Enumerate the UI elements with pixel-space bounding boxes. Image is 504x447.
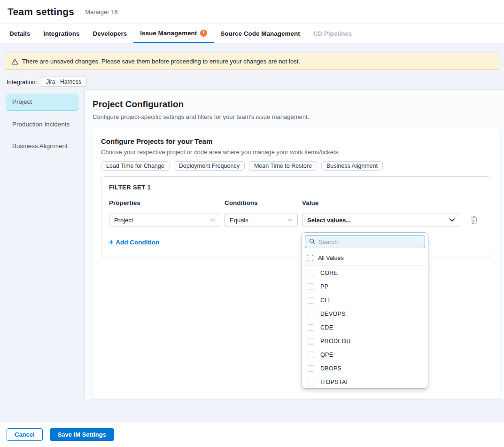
tab-source-code-management[interactable]: Source Code Management (214, 24, 307, 43)
dropdown-option[interactable]: CORE (302, 266, 428, 280)
tab-bar: Details Integrations Developers Issue Ma… (0, 24, 504, 43)
dropdown-option[interactable]: PRODEDU (302, 334, 428, 348)
add-condition-label: Add Condition (116, 239, 159, 246)
save-im-settings-button[interactable]: Save IM Settings (50, 428, 114, 441)
warning-triangle-icon (11, 58, 18, 65)
tab-cd-pipelines-label: CD Pipelines (313, 30, 352, 37)
card-title: Configure Projects for your Team (101, 137, 491, 145)
card-description: Choose your respective project or code a… (101, 149, 491, 156)
plus-icon: + (109, 238, 113, 246)
chip-deployment-frequency[interactable]: Deployment Frequency (174, 161, 245, 171)
banner-text: There are unsaved changes. Please save t… (22, 58, 300, 65)
option-checkbox[interactable] (308, 270, 314, 276)
value-multiselect[interactable]: Select values... (302, 213, 460, 227)
integration-label: Integration: (7, 78, 37, 86)
integration-chip[interactable]: Jira - Harness (41, 77, 86, 87)
option-checkbox[interactable] (308, 352, 314, 358)
option-label: CDE (320, 324, 333, 331)
sidebar-item-project[interactable]: Project (6, 94, 79, 111)
value-cell: Select values... (302, 213, 460, 227)
option-checkbox[interactable] (308, 379, 314, 385)
chevron-down-icon (210, 219, 215, 222)
settings-body: Project Production Incidents Business Al… (0, 89, 504, 399)
tab-developers-label: Developers (93, 30, 127, 37)
condition-select-value: Equals (230, 217, 248, 224)
chip-mean-time-to-restore[interactable]: Mean Time to Restore (249, 161, 317, 171)
option-label: QPE (320, 352, 333, 358)
filter-set-1: FILTER SET 1 Properties Conditions Value… (101, 176, 491, 257)
sidebar: Project Production Incidents Business Al… (0, 89, 85, 399)
tab-developers[interactable]: Developers (86, 24, 134, 43)
tab-issue-management-label: Issue Management (140, 30, 197, 37)
section-description: Configure project-specific settings and … (93, 113, 500, 120)
footer-action-bar: Cancel Save IM Settings (0, 422, 504, 447)
trash-icon (471, 216, 478, 224)
filter-set-title: FILTER SET 1 (109, 184, 483, 191)
all-values-label: All Values (318, 255, 344, 261)
value-select-placeholder: Select values... (307, 217, 351, 224)
value-column-label: Value (302, 199, 460, 206)
option-checkbox[interactable] (308, 324, 314, 331)
all-values-checkbox[interactable] (307, 255, 313, 261)
configure-projects-card: Configure Projects for your Team Choose … (93, 127, 500, 399)
tab-source-code-management-label: Source Code Management (220, 30, 300, 37)
option-checkbox[interactable] (308, 311, 314, 317)
dropdown-option[interactable]: CDE (302, 321, 428, 334)
metric-chips-row: Lead Time for Change Deployment Frequenc… (101, 161, 491, 171)
unsaved-changes-banner: There are unsaved changes. Please save t… (5, 53, 499, 70)
dropdown-option[interactable]: ITOPSTAI (302, 375, 428, 389)
option-checkbox[interactable] (308, 338, 314, 345)
chevron-down-icon (287, 219, 293, 222)
option-label: ITOPSTAI (320, 379, 348, 385)
tab-integrations-label: Integrations (43, 30, 79, 37)
dropdown-search-box (305, 235, 425, 248)
properties-column-label: Properties (109, 199, 220, 206)
tab-issue-management[interactable]: Issue Management ! (133, 24, 214, 43)
option-label: CLI (320, 297, 330, 304)
option-label: DBOPS (320, 365, 341, 372)
search-icon (309, 238, 315, 246)
dropdown-option[interactable]: PP (302, 280, 428, 293)
content-area: There are unsaved changes. Please save t… (0, 43, 504, 422)
page-subtitle: Manager 16 (85, 8, 117, 16)
page-header: Team settings Manager 16 (0, 0, 504, 24)
option-label: PP (320, 283, 328, 290)
property-select-value: Project (114, 217, 133, 224)
dropdown-option[interactable]: DBOPS (302, 361, 428, 375)
option-label: PRODEDU (320, 338, 351, 345)
conditions-column-label: Conditions (225, 199, 298, 206)
chevron-down-icon (449, 218, 455, 222)
sidebar-item-production-incidents[interactable]: Production Incidents (6, 116, 79, 133)
option-label: DEVOPS (320, 311, 346, 317)
dropdown-option[interactable]: QPE (302, 348, 428, 361)
cancel-button[interactable]: Cancel (7, 428, 43, 441)
title-separator (80, 8, 80, 16)
all-values-option[interactable]: All Values (302, 251, 428, 266)
option-checkbox[interactable] (308, 297, 314, 304)
unsaved-changes-badge-icon: ! (200, 30, 207, 37)
dropdown-option[interactable]: DEVOPS (302, 307, 428, 321)
value-dropdown-panel: All Values CORE PP (302, 232, 428, 389)
delete-filter-button[interactable] (467, 213, 481, 227)
filter-grid: Properties Conditions Value Project (109, 199, 483, 227)
option-label: CORE (320, 270, 338, 276)
dropdown-option[interactable]: CLI (302, 293, 428, 307)
page-title: Team settings (8, 6, 74, 17)
dropdown-search-input[interactable] (318, 238, 421, 245)
integration-row: Integration: Jira - Harness (7, 77, 497, 87)
option-checkbox[interactable] (308, 283, 314, 290)
chip-lead-time-for-change[interactable]: Lead Time for Change (101, 161, 170, 171)
tab-details[interactable]: Details (3, 24, 37, 43)
tab-cd-pipelines: CD Pipelines (307, 24, 359, 43)
team-settings-page: Team settings Manager 16 Details Integra… (0, 0, 504, 447)
tab-details-label: Details (9, 30, 30, 37)
section-title: Project Configuration (93, 99, 500, 110)
sidebar-item-business-alignment[interactable]: Business Alignment (6, 138, 79, 154)
option-checkbox[interactable] (308, 365, 314, 372)
chip-business-alignment[interactable]: Business Alignment (321, 161, 383, 171)
add-condition-button[interactable]: + Add Condition (109, 238, 159, 246)
condition-select[interactable]: Equals (225, 213, 298, 227)
tab-integrations[interactable]: Integrations (37, 24, 86, 43)
property-select[interactable]: Project (109, 213, 220, 227)
project-configuration-panel: Project Configuration Configure project-… (85, 89, 504, 399)
